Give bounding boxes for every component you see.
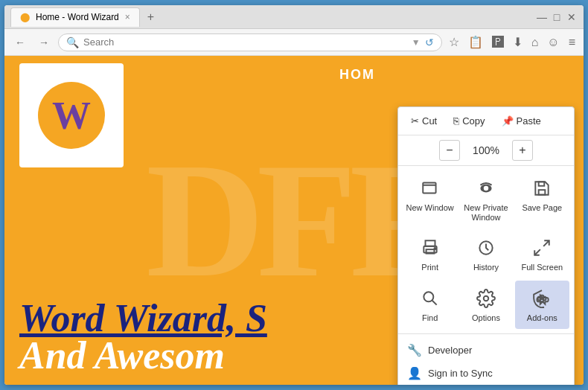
logo-circle: W <box>38 82 105 149</box>
pocket-icon[interactable]: 🅿 <box>490 33 506 51</box>
copy-label: Copy <box>462 115 485 127</box>
find-label: Find <box>422 313 438 323</box>
dropdown-icon: ▼ <box>412 37 421 48</box>
zoom-row: − 100% + <box>398 135 574 166</box>
developer-label: Developer <box>428 345 472 356</box>
download-icon[interactable]: ⬇ <box>511 33 525 51</box>
print-item[interactable]: Print <box>403 230 457 278</box>
logo-letter: W <box>52 94 91 138</box>
paste-button[interactable]: 📌 Paste <box>495 112 548 130</box>
browser-tab[interactable]: ⬤ Home - Word Wizard × <box>10 7 140 27</box>
svg-point-15 <box>484 295 489 301</box>
svg-point-13 <box>424 292 433 301</box>
search-input[interactable] <box>83 36 407 48</box>
maximize-button[interactable]: □ <box>551 11 563 23</box>
firefox-menu-panel: ✂ Cut ⎘ Copy 📌 Paste − 100% + <box>397 106 575 385</box>
cut-icon: ✂ <box>411 115 419 127</box>
sub-title: And Awesom <box>19 333 225 377</box>
add-ons-label: Add-ons <box>527 313 557 323</box>
sign-in-label: Sign in to Sync <box>428 368 493 379</box>
save-page-icon <box>530 176 554 200</box>
browser-window: ⬤ Home - Word Wizard × + — □ ✕ ← → 🔍 ▼ ↺… <box>4 5 584 385</box>
svg-rect-4 <box>539 190 546 194</box>
history-label: History <box>473 263 499 272</box>
full-screen-label: Full Screen <box>522 263 563 272</box>
new-window-label: New Window <box>406 203 454 213</box>
save-page-label: Save Page <box>522 203 562 213</box>
zoom-out-button[interactable]: − <box>439 140 460 161</box>
svg-point-9 <box>434 248 435 249</box>
minimize-button[interactable]: — <box>536 11 548 23</box>
window-controls: — □ ✕ <box>536 11 578 23</box>
zoom-in-button[interactable]: + <box>512 140 533 161</box>
new-private-window-item[interactable]: New Private Window <box>458 170 513 228</box>
search-icon: 🔍 <box>66 36 79 48</box>
svg-rect-5 <box>539 182 545 185</box>
options-label: Options <box>472 313 500 323</box>
edit-row: ✂ Cut ⎘ Copy 📌 Paste <box>398 107 574 135</box>
logo-area: W <box>19 63 124 167</box>
sign-in-icon: 👤 <box>407 366 422 380</box>
toolbar-icons: ☆ 📋 🅿 ⬇ ⌂ ☺ ≡ <box>447 33 578 51</box>
menu-icon[interactable]: ≡ <box>566 33 578 51</box>
paste-icon: 📌 <box>502 115 514 127</box>
clipboard-icon[interactable]: 📋 <box>466 33 485 51</box>
cut-button[interactable]: ✂ Cut <box>404 112 444 130</box>
find-icon <box>418 287 442 310</box>
developer-item[interactable]: 🔧 Developer <box>404 339 568 362</box>
tab-title: Home - Word Wizard <box>36 12 119 22</box>
website-content: DFF W HOM Word Wizard, S And Awesom ✂ Cu… <box>4 56 584 385</box>
save-page-item[interactable]: Save Page <box>515 170 569 228</box>
new-window-item[interactable]: New Window <box>403 170 457 228</box>
paste-label: Paste <box>517 115 541 127</box>
title-bar: ⬤ Home - Word Wizard × + — □ ✕ <box>4 5 584 29</box>
copy-icon: ⎘ <box>453 115 459 127</box>
nav-label: HOM <box>339 67 375 83</box>
tab-close-btn[interactable]: × <box>125 12 130 22</box>
find-item[interactable]: Find <box>403 281 457 329</box>
svg-line-11 <box>543 241 549 247</box>
cut-label: Cut <box>422 115 437 127</box>
sign-in-item[interactable]: 👤 Sign in to Sync <box>404 362 568 385</box>
svg-rect-6 <box>425 241 435 247</box>
developer-icon: 🔧 <box>407 343 422 357</box>
options-icon <box>474 287 498 310</box>
copy-button[interactable]: ⎘ Copy <box>447 112 491 130</box>
history-icon <box>474 236 498 260</box>
nav-bar: ← → 🔍 ▼ ↺ ☆ 📋 🅿 ⬇ ⌂ ☺ ≡ <box>4 29 584 56</box>
print-label: Print <box>421 263 438 272</box>
new-window-icon <box>418 176 442 200</box>
address-bar: 🔍 ▼ ↺ <box>58 33 442 51</box>
new-private-window-icon <box>474 176 498 200</box>
svg-line-12 <box>535 250 541 256</box>
new-tab-button[interactable]: + <box>143 10 159 24</box>
history-item[interactable]: History <box>458 230 513 278</box>
print-icon <box>418 236 442 260</box>
svg-rect-18 <box>538 296 540 299</box>
svg-rect-19 <box>543 296 546 299</box>
close-button[interactable]: ✕ <box>566 11 578 23</box>
home-icon[interactable]: ⌂ <box>529 33 541 51</box>
svg-rect-0 <box>423 182 435 193</box>
user-icon[interactable]: ☺ <box>545 33 561 51</box>
svg-point-3 <box>484 186 489 191</box>
menu-grid: New Window New Private Window <box>398 166 574 333</box>
menu-bottom-section: 🔧 Developer 👤 Sign in to Sync <box>398 333 574 385</box>
bookmark-icon[interactable]: ☆ <box>447 33 461 51</box>
forward-button[interactable]: → <box>34 33 54 51</box>
back-button[interactable]: ← <box>10 33 30 51</box>
new-private-window-label: New Private Window <box>461 203 510 223</box>
svg-line-14 <box>432 300 436 304</box>
svg-rect-8 <box>426 250 434 254</box>
options-item[interactable]: Options <box>458 281 513 329</box>
full-screen-icon <box>530 236 554 260</box>
full-screen-item[interactable]: Full Screen <box>515 230 569 278</box>
zoom-level: 100% <box>467 144 505 156</box>
refresh-icon[interactable]: ↺ <box>425 36 434 48</box>
add-ons-icon <box>530 287 554 310</box>
add-ons-item[interactable]: Add-ons <box>515 281 569 329</box>
